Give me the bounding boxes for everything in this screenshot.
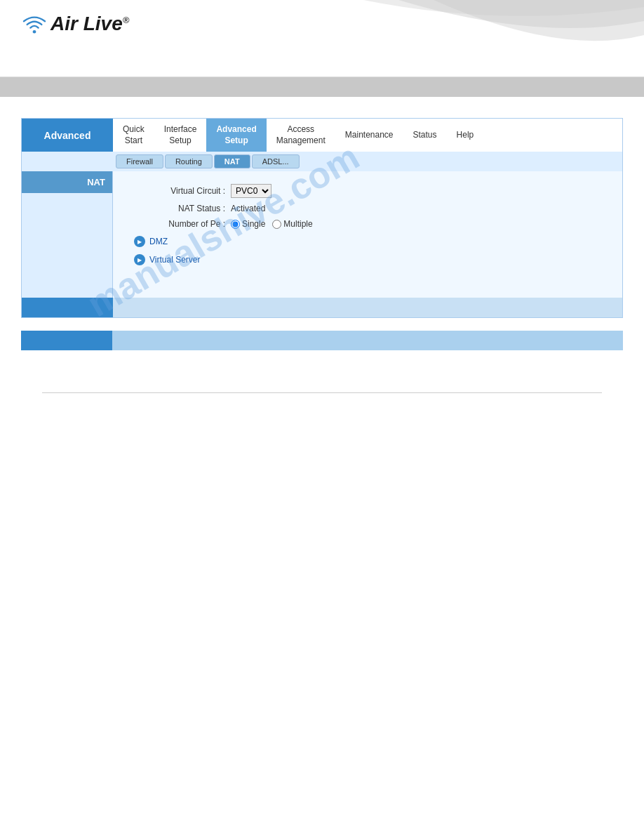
nav-items: Quick Start Interface Setup Advanced Set… <box>113 119 622 152</box>
sub-nav-tabs: Firewall Routing NAT ADSL... <box>113 152 622 171</box>
radio-single[interactable] <box>231 220 240 229</box>
radio-multiple-text: Multiple <box>283 219 312 229</box>
logo-text: Air Live® <box>51 13 129 35</box>
nat-status-label: NAT Status : <box>134 204 225 213</box>
sub-tab-firewall[interactable]: Firewall <box>116 154 163 168</box>
nav-item-interface-setup[interactable]: Interface Setup <box>154 119 207 152</box>
radio-single-text: Single <box>242 219 265 229</box>
divider-line <box>42 392 602 393</box>
nav-item-access-management[interactable]: Access Management <box>267 119 335 152</box>
nav-advanced-label: Advanced <box>22 119 113 152</box>
header: Air Live® <box>0 0 644 77</box>
content-row: NAT Virtual Circuit : PVC0 PVC1 PVC2 PVC… <box>22 171 622 298</box>
virtual-server-arrow-icon <box>134 254 145 265</box>
panel-bottom-left <box>22 298 113 317</box>
radio-single-label[interactable]: Single <box>231 219 265 229</box>
virtual-circuit-select[interactable]: PVC0 PVC1 PVC2 PVC3 <box>231 184 271 198</box>
panel-bottom <box>22 298 622 317</box>
dmz-link[interactable]: DMZ <box>149 237 168 246</box>
dmz-arrow-icon <box>134 236 145 247</box>
virtual-server-link-row: Virtual Server <box>134 254 601 265</box>
sub-tab-routing[interactable]: Routing <box>165 154 213 168</box>
bottom-bar-left <box>21 331 112 350</box>
virtual-circuit-value[interactable]: PVC0 PVC1 PVC2 PVC3 <box>231 184 271 198</box>
number-pe-label: Number of Pe : <box>134 219 225 229</box>
logo-area: Air Live® <box>21 13 129 35</box>
nav-item-help[interactable]: Help <box>447 124 484 147</box>
nav-item-quick-start[interactable]: Quick Start <box>113 119 154 152</box>
main-content: manualshive.com Advanced Quick Start Int… <box>0 97 644 407</box>
nav-item-maintenance[interactable]: Maintenance <box>335 124 403 147</box>
sub-nav-spacer <box>22 152 113 171</box>
nat-status-value: Activated <box>231 204 265 213</box>
bottom-bar-right <box>112 331 623 350</box>
sub-nav: Firewall Routing NAT ADSL... <box>22 152 622 171</box>
dmz-link-row: DMZ <box>134 236 601 247</box>
panel-bottom-right <box>113 298 622 317</box>
header-decoration <box>293 0 644 77</box>
router-panel: Advanced Quick Start Interface Setup Adv… <box>21 118 623 318</box>
top-gray-bar <box>0 77 644 97</box>
virtual-circuit-row: Virtual Circuit : PVC0 PVC1 PVC2 PVC3 <box>134 184 601 198</box>
virtual-circuit-label: Virtual Circuit : <box>134 186 225 196</box>
number-pe-row: Number of Pe : Single Multiple <box>134 219 601 229</box>
logo: Air Live® <box>21 13 129 35</box>
sub-tab-nat[interactable]: NAT <box>214 154 250 168</box>
bottom-blue-bar <box>21 331 623 350</box>
logo-reg: ® <box>123 15 130 25</box>
nav-item-status[interactable]: Status <box>403 124 447 147</box>
radio-multiple[interactable] <box>272 220 281 229</box>
nav-bar: Advanced Quick Start Interface Setup Adv… <box>22 119 622 152</box>
virtual-server-link[interactable]: Virtual Server <box>149 255 200 265</box>
nat-sidebar-label: NAT <box>22 171 112 193</box>
nav-item-advanced-setup[interactable]: Advanced Setup <box>206 119 266 152</box>
radio-multiple-label[interactable]: Multiple <box>272 219 312 229</box>
content-main: Virtual Circuit : PVC0 PVC1 PVC2 PVC3 NA… <box>113 171 622 298</box>
sub-tab-adsl[interactable]: ADSL... <box>252 154 300 168</box>
nat-status-row: NAT Status : Activated <box>134 204 601 213</box>
content-sidebar: NAT <box>22 171 113 298</box>
wifi-icon <box>21 13 48 34</box>
number-pe-radios: Single Multiple <box>231 219 313 229</box>
svg-point-0 <box>33 30 36 34</box>
